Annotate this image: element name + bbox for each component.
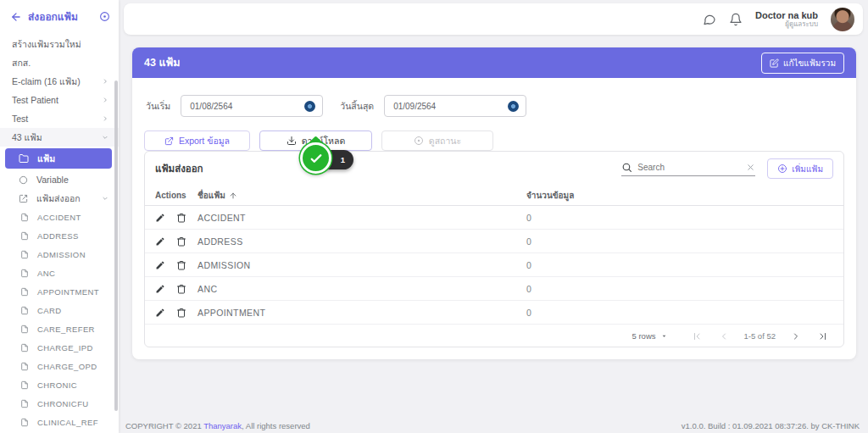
view-status-button[interactable]: ดูสถานะ [381, 130, 493, 151]
edit-row-icon[interactable] [155, 308, 165, 318]
delete-row-icon[interactable] [176, 260, 186, 270]
end-date-field [384, 95, 526, 117]
export-icon [19, 194, 28, 203]
main-card: 43 แฟ้ม แก้ไขแฟ้มรวม วันเริ่ม วันสิ้นสุด… [132, 47, 856, 359]
rows-per-page-select[interactable]: 5 rows [632, 331, 668, 341]
sidebar-file-item[interactable]: ANC [0, 264, 119, 282]
file-icon [20, 231, 29, 241]
file-name-cell: ACCIDENT [198, 213, 526, 223]
sidebar-file-item[interactable]: CLINICAL_REF [0, 413, 119, 431]
table-row[interactable]: ACCIDENT 0 [145, 206, 843, 230]
sidebar-file-item[interactable]: CHRONIC [0, 375, 119, 394]
sidebar-subitem-label: Variable [36, 175, 69, 185]
sidebar-file-label: APPOINTMENT [37, 287, 99, 297]
end-date-input[interactable] [385, 102, 526, 111]
user-menu[interactable]: Doctor na kub ผู้ดูแลระบบ [755, 10, 818, 29]
edit-row-icon[interactable] [155, 236, 165, 247]
edit-icon [770, 58, 779, 68]
sidebar-item-label: E-claim (16 แฟ้ม) [12, 75, 81, 89]
first-page-icon[interactable] [687, 331, 707, 341]
sidebar-item-test[interactable]: Test [0, 109, 119, 128]
sidebar-file-item[interactable]: APPOINTMENT [0, 282, 119, 301]
table-row[interactable]: ADMISSION 0 [145, 253, 843, 277]
prev-page-icon[interactable] [714, 331, 734, 341]
sidebar-item-label: 43 แฟ้ม [12, 130, 42, 145]
card-header: 43 แฟ้ม แก้ไขแฟ้มรวม [132, 47, 856, 78]
target-icon[interactable] [99, 11, 110, 22]
file-icon [20, 269, 29, 278]
copyright-link[interactable]: Thanyarak [203, 421, 242, 430]
end-date-label: วันสิ้นสุด [340, 99, 374, 114]
chevron-right-icon [102, 115, 108, 122]
sidebar-item-43-files[interactable]: 43 แฟ้ม [0, 128, 119, 147]
delete-row-icon[interactable] [176, 213, 186, 223]
file-icon [20, 213, 29, 222]
avatar[interactable] [831, 8, 854, 31]
add-file-button[interactable]: เพิ่มแฟ้ม [767, 158, 833, 179]
sidebar-file-item[interactable]: CHARGE_OPD [0, 357, 119, 375]
sidebar-file-item[interactable]: CARE_REFER [0, 319, 119, 338]
last-page-icon[interactable] [813, 331, 833, 341]
column-actions: Actions [155, 191, 198, 200]
sidebar-item-create-file[interactable]: สร้างแฟ้มรวมใหม่ [0, 35, 119, 53]
chat-icon[interactable] [703, 13, 716, 26]
bell-icon[interactable] [729, 13, 743, 26]
table-row[interactable]: ANC 0 [145, 277, 843, 301]
date-filters: วันเริ่ม วันสิ้นสุด [132, 78, 856, 124]
sidebar-item-test-patient[interactable]: Test Patient [0, 91, 119, 109]
sidebar-item-label: Test Patient [12, 95, 58, 105]
plus-circle-icon [777, 164, 787, 174]
table-row[interactable]: ADDRESS 0 [145, 230, 843, 253]
search-box [621, 162, 755, 176]
sidebar-file-item[interactable]: CARD [0, 301, 119, 319]
sidebar-file-label: CLINICAL_REF [37, 418, 98, 427]
sidebar-subitem-export-files[interactable]: แฟ้มส่งออก [0, 189, 119, 208]
chevron-down-icon [102, 193, 108, 203]
table-header-bar: แฟ้มส่งออก เพิ่มแฟ้ม [145, 152, 843, 186]
sidebar-subitem-variable[interactable]: Variable [0, 170, 119, 189]
sidebar-file-item[interactable]: CHARGE_IPD [0, 338, 119, 357]
delete-row-icon[interactable] [176, 284, 186, 294]
sidebar-item-sks[interactable]: สกส. [0, 53, 119, 72]
edit-row-icon[interactable] [155, 284, 165, 294]
click-indicator: 1 [299, 140, 352, 179]
sidebar-file-label: CHARGE_IPD [37, 343, 93, 353]
sidebar-nav: สร้างแฟ้มรวมใหม่ สกส. E-claim (16 แฟ้ม) … [0, 30, 119, 431]
sidebar-item-eclaim[interactable]: E-claim (16 แฟ้ม) [0, 72, 119, 91]
delete-row-icon[interactable] [176, 236, 186, 247]
back-arrow-icon[interactable] [10, 11, 22, 23]
sidebar-item-label: สกส. [12, 56, 31, 70]
close-icon[interactable] [746, 163, 755, 172]
sidebar-file-item[interactable]: ADDRESS [0, 226, 119, 245]
file-icon [20, 399, 29, 408]
sidebar-file-label: CHARGE_OPD [37, 362, 97, 371]
sidebar-file-item[interactable]: CHRONICFU [0, 394, 119, 413]
sidebar-file-item[interactable]: ACCIDENT [0, 208, 119, 226]
sidebar-file-label: CHRONICFU [37, 399, 89, 408]
status-button-label: ดูสถานะ [429, 134, 461, 148]
delete-row-icon[interactable] [176, 308, 186, 318]
caret-down-icon [660, 332, 668, 340]
sidebar-file-label: ADDRESS [37, 231, 79, 241]
edit-row-icon[interactable] [155, 213, 165, 223]
edit-row-icon[interactable] [155, 260, 165, 270]
export-data-button[interactable]: Export ข้อมูล [144, 130, 250, 151]
page-title: 43 แฟ้ม [144, 54, 761, 71]
edit-button-label: แก้ไขแฟ้มรวม [783, 57, 836, 69]
sidebar-file-item[interactable]: ADMISSION [0, 245, 119, 264]
export-files-panel: แฟ้มส่งออก เพิ่มแฟ้ม Actions ชื่อแฟ้ม จำ [144, 151, 844, 347]
search-input[interactable] [637, 163, 741, 172]
actions-row: Export ข้อมูล ดาวน์โหลด ดูสถานะ [132, 124, 856, 151]
sidebar-scrollbar[interactable] [114, 80, 118, 411]
next-page-icon[interactable] [786, 331, 806, 341]
sidebar-subitem-label: แฟ้มส่งออก [36, 192, 81, 206]
start-date-input[interactable] [181, 102, 322, 111]
edit-merged-file-button[interactable]: แก้ไขแฟ้มรวม [761, 53, 844, 74]
export-button-label: Export ข้อมูล [179, 134, 230, 148]
file-name-cell: ADMISSION [198, 260, 526, 270]
column-name[interactable]: ชื่อแฟ้ม [198, 189, 526, 202]
sidebar-subitem-files[interactable]: แฟ้ม [5, 148, 112, 169]
table-row[interactable]: APPOINTMENT 0 [145, 301, 843, 325]
file-name-cell: ANC [198, 284, 526, 294]
chevron-right-icon [102, 97, 108, 103]
